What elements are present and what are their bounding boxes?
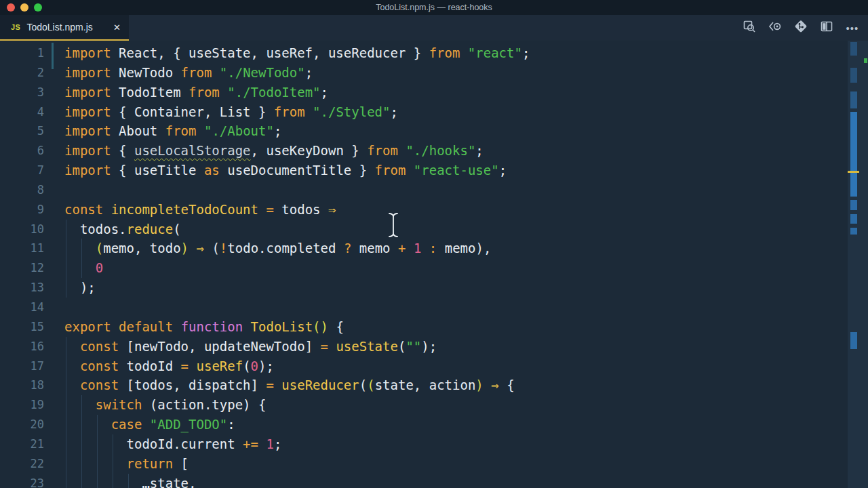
code-text: const todoId = useRef(0); [64, 357, 274, 376]
line-number[interactable]: 8 [0, 180, 44, 200]
code-line[interactable]: 9const incompleteTodoCount = todos ⇒ [0, 200, 848, 220]
indent-guide [66, 357, 66, 376]
code-line[interactable]: 8 [0, 180, 848, 200]
code-line[interactable]: 20 case "ADD_TODO": [0, 415, 848, 434]
line-number[interactable]: 3 [0, 83, 44, 102]
scrollbar-warning-mark [848, 171, 859, 173]
line-number[interactable]: 23 [0, 474, 44, 488]
titlebar: TodoList.npm.js — react-hooks [0, 0, 868, 15]
code-editor[interactable]: 1import React, { useState, useRef, useRe… [0, 41, 868, 488]
code-line[interactable]: 21 todoId.current += 1; [0, 434, 848, 454]
code-text: import NewTodo from "./NewTodo"; [64, 63, 313, 83]
line-number[interactable]: 15 [0, 317, 44, 337]
search-preview-button[interactable] [739, 18, 760, 38]
code-line[interactable]: 13 ); [0, 278, 848, 298]
indent-guide [81, 454, 82, 474]
split-view-button[interactable] [816, 18, 837, 38]
code-line[interactable]: 3import TodoItem from "./TodoItem"; [0, 83, 848, 102]
code-line[interactable]: 10 todos.reduce( [0, 220, 848, 239]
code-text: import About from "./About"; [64, 121, 281, 141]
editor-window: TodoList.npm.js — react-hooks JS TodoLis… [0, 0, 868, 488]
line-number[interactable]: 19 [0, 395, 44, 415]
code-line[interactable]: 16 const [newTodo, updateNewTodo] = useS… [0, 337, 848, 357]
code-text: export default function TodoList() { [64, 317, 344, 337]
line-number[interactable]: 16 [0, 337, 44, 357]
tab-todolist[interactable]: JS TodoList.npm.js ✕ [0, 15, 129, 41]
code-text: import { Container, List } from "./Style… [64, 102, 398, 122]
search-preview-icon [743, 20, 756, 36]
code-text: const [newTodo, updateNewTodo] = useStat… [64, 337, 437, 357]
git-button[interactable] [791, 18, 811, 38]
code-text: import { useTitle as useDocumentTitle } … [64, 161, 507, 180]
more-actions-button[interactable]: ••• [842, 18, 863, 38]
code-text: import TodoItem from "./TodoItem"; [64, 83, 328, 102]
code-line[interactable]: 14 [0, 298, 848, 317]
indent-guide [113, 434, 113, 454]
code-text: import { useLocalStorage, useKeyDown } f… [64, 141, 484, 161]
indent-guide [66, 375, 66, 395]
code-line[interactable]: 15export default function TodoList() { [0, 317, 848, 337]
code-line[interactable]: 18 const [todos, dispatch] = useReducer(… [0, 375, 848, 395]
indent-guide [66, 278, 66, 298]
line-number[interactable]: 13 [0, 278, 44, 298]
code-lines: 1import React, { useState, useRef, useRe… [0, 43, 848, 488]
code-line[interactable]: 5import About from "./About"; [0, 121, 848, 141]
indent-guide [81, 474, 82, 488]
scrollbar-mark [850, 68, 857, 83]
minimize-window-button[interactable] [20, 3, 28, 12]
line-number[interactable]: 5 [0, 121, 44, 141]
scrollbar-mark [850, 42, 857, 56]
code-line[interactable]: 22 return [ [0, 454, 848, 474]
code-line[interactable]: 2import NewTodo from "./NewTodo"; [0, 63, 848, 83]
indent-guide [66, 239, 66, 258]
code-line[interactable]: 11 (memo, todo) ⇒ (!todo.completed ? mem… [0, 239, 848, 258]
indent-guide [66, 474, 66, 488]
line-number[interactable]: 1 [0, 43, 44, 63]
code-line[interactable]: 12 0 [0, 258, 848, 278]
code-text: (memo, todo) ⇒ (!todo.completed ? memo +… [64, 239, 491, 258]
code-text: const incompleteTodoCount = todos ⇒ [64, 200, 336, 220]
traffic-lights [7, 0, 42, 15]
code-line[interactable]: 1import React, { useState, useRef, useRe… [0, 43, 848, 63]
line-number[interactable]: 2 [0, 63, 44, 83]
indent-guide [128, 474, 129, 488]
code-line[interactable]: 7import { useTitle as useDocumentTitle }… [0, 161, 848, 180]
scrollbar-track[interactable] [848, 41, 868, 488]
line-number[interactable]: 20 [0, 415, 44, 434]
line-number[interactable]: 22 [0, 454, 44, 474]
code-line[interactable]: 19 switch (action.type) { [0, 395, 848, 415]
cursor-tick [52, 43, 54, 69]
line-number[interactable]: 11 [0, 239, 44, 258]
line-number[interactable]: 12 [0, 258, 44, 278]
ellipsis-icon: ••• [846, 22, 859, 34]
line-number[interactable]: 21 [0, 434, 44, 454]
indent-guide [97, 434, 98, 454]
close-window-button[interactable] [7, 3, 15, 12]
code-line[interactable]: 4import { Container, List } from "./Styl… [0, 102, 848, 122]
line-number[interactable]: 18 [0, 375, 44, 395]
tab-close-icon[interactable]: ✕ [113, 23, 121, 32]
line-number[interactable]: 9 [0, 200, 44, 220]
line-number[interactable]: 17 [0, 357, 44, 376]
indent-guide [66, 337, 66, 357]
code-text: todos.reduce( [64, 220, 181, 239]
line-number[interactable]: 10 [0, 220, 44, 239]
line-number[interactable]: 7 [0, 161, 44, 180]
code-text: const [todos, dispatch] = useReducer((st… [64, 375, 515, 395]
indent-guide [66, 415, 66, 434]
mouse-ibeam-cursor [388, 212, 399, 241]
line-number[interactable]: 14 [0, 298, 44, 317]
code-text: return [ [64, 454, 189, 474]
line-number[interactable]: 6 [0, 141, 44, 161]
preview-toggle-button[interactable] [765, 18, 785, 38]
code-line[interactable]: 17 const todoId = useRef(0); [0, 357, 848, 376]
code-text: 0 [64, 258, 103, 278]
line-number[interactable]: 4 [0, 102, 44, 122]
code-line[interactable]: 23 …state, [0, 474, 848, 488]
eye-icon [768, 21, 783, 35]
indent-guide [81, 415, 82, 434]
indent-guide [66, 434, 66, 454]
code-line[interactable]: 6import { useLocalStorage, useKeyDown } … [0, 141, 848, 161]
indent-guide [66, 258, 66, 278]
zoom-window-button[interactable] [34, 3, 42, 12]
